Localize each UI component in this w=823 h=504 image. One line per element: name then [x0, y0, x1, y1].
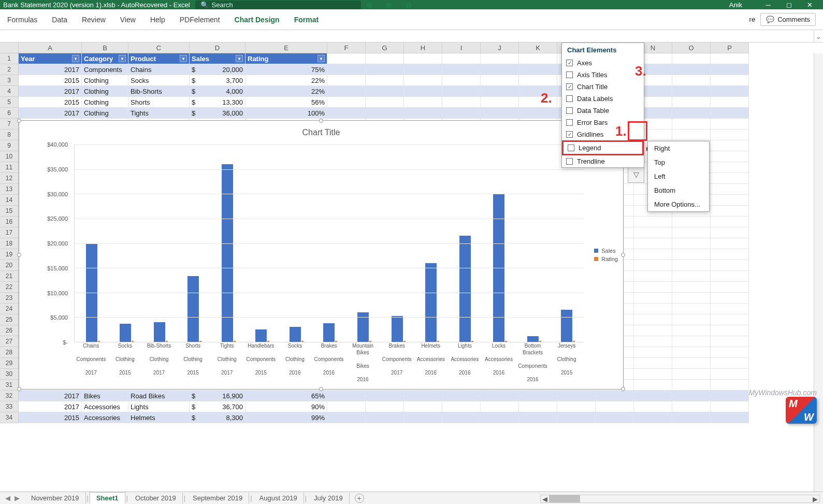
cell[interactable] [711, 282, 749, 293]
cell[interactable] [634, 304, 672, 314]
cell[interactable]: 22% [246, 86, 327, 97]
col-header-K[interactable]: K [519, 42, 557, 53]
cell[interactable]: Helmets [128, 412, 190, 423]
legend-position-more-options[interactable]: More Options... [648, 197, 709, 211]
cell[interactable]: Components [82, 64, 128, 75]
bar-sales[interactable] [459, 236, 471, 342]
close-button[interactable]: ✕ [799, 0, 820, 9]
col-header-B[interactable]: B [82, 42, 128, 53]
bar-sales[interactable] [323, 323, 335, 342]
row-header-28[interactable]: 28 [0, 347, 19, 358]
cell[interactable]: $13,300 [190, 97, 246, 108]
cell[interactable] [634, 314, 672, 325]
col-header-P[interactable]: P [711, 42, 749, 53]
bar-rating[interactable] [234, 341, 236, 342]
cell[interactable] [711, 53, 749, 64]
row-header-29[interactable]: 29 [0, 358, 19, 369]
cell[interactable] [672, 238, 711, 249]
bar-rating[interactable] [403, 341, 406, 342]
bar-rating[interactable] [505, 341, 507, 342]
select-all-corner[interactable] [0, 42, 19, 53]
cell[interactable] [442, 97, 481, 108]
formula-bar-expand[interactable]: ⌄ [814, 30, 823, 42]
cell[interactable] [634, 249, 672, 260]
cell[interactable] [442, 391, 481, 401]
cell[interactable] [711, 249, 749, 260]
cell[interactable] [404, 412, 442, 423]
col-header-O[interactable]: O [672, 42, 711, 53]
cell[interactable] [711, 173, 749, 184]
cell[interactable]: Bikes [82, 391, 128, 401]
cell[interactable]: 2017 [19, 64, 82, 75]
cell[interactable] [711, 184, 749, 195]
col-header-A[interactable]: A [19, 42, 82, 53]
resize-handle[interactable] [621, 387, 625, 391]
cell[interactable] [366, 53, 404, 64]
cell[interactable] [442, 108, 481, 119]
cell[interactable] [711, 380, 749, 391]
bar-rating[interactable] [369, 341, 371, 342]
new-sheet-button[interactable]: ＋ [355, 494, 364, 503]
row-header-18[interactable]: 18 [0, 238, 19, 249]
cell[interactable]: 2015 [19, 97, 82, 108]
checkbox[interactable] [566, 95, 573, 102]
bar-sales[interactable] [187, 276, 199, 342]
filter-button[interactable]: ▾ [119, 55, 126, 62]
cell[interactable] [442, 86, 481, 97]
row-header-30[interactable]: 30 [0, 369, 19, 380]
col-header-I[interactable]: I [442, 42, 481, 53]
row-header-4[interactable]: 4 [0, 86, 19, 97]
bar-rating[interactable] [301, 341, 304, 342]
cell[interactable] [634, 369, 672, 380]
checkbox[interactable] [566, 71, 573, 78]
resize-handle[interactable] [17, 119, 21, 123]
cell[interactable] [366, 86, 404, 97]
cell[interactable]: Rating▾ [246, 53, 327, 64]
cell[interactable] [327, 108, 366, 119]
cell[interactable] [634, 358, 672, 369]
cell[interactable] [404, 391, 442, 401]
filter-button[interactable]: ▾ [317, 55, 325, 62]
cell[interactable] [519, 391, 557, 401]
cell[interactable]: Shorts [128, 97, 190, 108]
cell[interactable] [672, 108, 711, 119]
cell[interactable] [672, 380, 711, 391]
scroll-right[interactable]: ▶ [811, 495, 819, 503]
cell[interactable] [711, 129, 749, 140]
sheet-tab-november-2019[interactable]: November 2019 [25, 493, 86, 503]
chart-element-option-data-table[interactable]: Data Table [562, 105, 644, 117]
cell[interactable] [519, 75, 557, 86]
cell[interactable] [404, 53, 442, 64]
cell[interactable] [481, 391, 519, 401]
sheet-tab-september-2019[interactable]: September 2019 [186, 493, 249, 503]
resize-handle[interactable] [17, 387, 21, 391]
cell[interactable]: Category▾ [82, 53, 128, 64]
legend-position-top[interactable]: Top [648, 155, 709, 169]
cell[interactable] [442, 401, 481, 412]
cell[interactable]: Road Bikes [128, 391, 190, 401]
cell[interactable] [672, 249, 711, 260]
scroll-thumb[interactable] [549, 495, 580, 502]
checkbox[interactable]: ✓ [566, 131, 573, 138]
maximize-button[interactable]: ◻ [778, 0, 799, 9]
cell[interactable]: Sales▾ [190, 53, 246, 64]
cell[interactable] [634, 336, 672, 347]
bar-rating[interactable] [573, 341, 575, 342]
cell[interactable] [327, 391, 366, 401]
bar-sales[interactable] [392, 316, 403, 342]
cell[interactable] [634, 325, 672, 336]
ribbon-tab-pdfelement[interactable]: PDFelement [180, 9, 220, 30]
cell[interactable]: Tights [128, 108, 190, 119]
ribbon-tab-review[interactable]: Review [82, 9, 106, 30]
cell[interactable] [672, 325, 711, 336]
cell[interactable]: $16,900 [190, 391, 246, 401]
row-header-5[interactable]: 5 [0, 97, 19, 108]
cell[interactable] [442, 64, 481, 75]
bar-rating[interactable] [437, 341, 439, 342]
cell[interactable] [672, 64, 711, 75]
cell[interactable]: 2017 [19, 391, 82, 401]
search-box[interactable]: 🔍 Search [195, 1, 361, 9]
cell[interactable]: 2015 [19, 412, 82, 423]
resize-handle[interactable] [621, 253, 625, 257]
cell[interactable] [711, 238, 749, 249]
